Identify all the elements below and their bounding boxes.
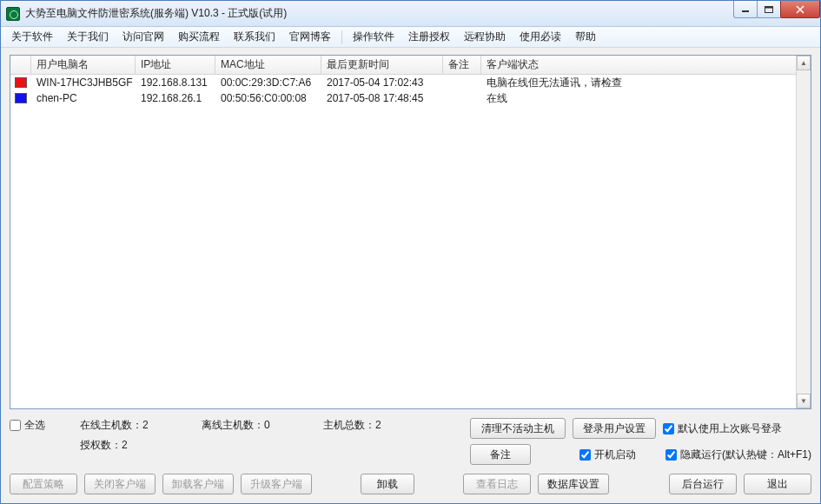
list-header: 用户电脑名 IP地址 MAC地址 最后更新时间 备注 客户端状态 [10, 56, 811, 75]
menu-contact-us[interactable]: 联系我们 [227, 30, 282, 44]
col-time-header[interactable]: 最后更新时间 [321, 56, 443, 74]
online-label: 在线主机数： [80, 419, 142, 431]
cell-time: 2017-05-08 17:48:45 [321, 92, 443, 104]
titlebar: 大势至电脑文件防泄密系统(服务端) V10.3 - 正式版(试用) [1, 1, 820, 27]
use-last-login-checkbox[interactable]: 默认使用上次账号登录 [663, 421, 782, 436]
content-area: 用户电脑名 IP地址 MAC地址 最后更新时间 备注 客户端状态 WIN-17H… [1, 48, 820, 503]
license-label: 授权数： [80, 439, 122, 451]
uninstall-client-button[interactable]: 卸载客户端 [162, 474, 234, 494]
close-button[interactable] [780, 1, 820, 18]
col-ip-header[interactable]: IP地址 [136, 56, 215, 74]
menu-visit-site[interactable]: 访问官网 [116, 30, 171, 44]
col-icon-header[interactable] [10, 56, 31, 74]
hidden-run-input[interactable] [665, 449, 677, 461]
maximize-button[interactable] [757, 1, 781, 18]
select-all-label: 全选 [24, 418, 45, 433]
select-all-input[interactable] [10, 420, 21, 431]
col-status-header[interactable]: 客户端状态 [481, 56, 811, 74]
upgrade-client-button[interactable]: 升级客户端 [241, 474, 312, 494]
use-last-login-input[interactable] [663, 423, 674, 434]
cell-status: 在线 [481, 91, 811, 106]
scroll-down-icon[interactable]: ▼ [797, 394, 811, 408]
window-title: 大势至电脑文件防泄密系统(服务端) V10.3 - 正式版(试用) [25, 6, 287, 21]
menubar: 关于软件 关于我们 访问官网 购买流程 联系我们 官网博客 操作软件 注册授权 … [1, 27, 820, 48]
startup-input[interactable] [579, 449, 591, 461]
menu-register-auth[interactable]: 注册授权 [401, 30, 457, 44]
cell-status: 电脑在线但无法通讯，请检查 [481, 76, 811, 90]
hidden-run-label: 隐藏运行(默认热键：Alt+F1) [680, 448, 811, 462]
app-window: 大势至电脑文件防泄密系统(服务端) V10.3 - 正式版(试用) 关于软件 关… [0, 0, 821, 504]
col-note-header[interactable]: 备注 [443, 56, 481, 74]
menu-official-blog[interactable]: 官网博客 [282, 30, 338, 44]
table-row[interactable]: chen-PC 192.168.26.1 00:50:56:C0:00:08 2… [10, 90, 811, 106]
view-log-button[interactable]: 查看日志 [463, 474, 531, 494]
offline-value: 0 [264, 419, 270, 431]
svg-rect-0 [742, 10, 749, 12]
status-square-icon [15, 77, 27, 88]
vertical-scrollbar[interactable]: ▲ ▼ [796, 56, 811, 408]
run-background-button[interactable]: 后台运行 [669, 474, 737, 494]
minimize-button[interactable] [733, 1, 758, 18]
clear-inactive-button[interactable]: 清理不活动主机 [470, 418, 566, 439]
license-value: 2 [122, 439, 128, 451]
menu-operate-software[interactable]: 操作软件 [346, 30, 401, 44]
svg-rect-2 [765, 6, 773, 8]
menu-about-software[interactable]: 关于软件 [4, 30, 60, 44]
online-value: 2 [142, 419, 149, 431]
menu-remote-assist[interactable]: 远程协助 [457, 30, 513, 44]
cell-ip: 192.168.8.131 [136, 76, 215, 89]
select-all-checkbox[interactable]: 全选 [10, 418, 45, 433]
use-last-login-label: 默认使用上次账号登录 [678, 421, 782, 436]
app-icon [6, 7, 20, 21]
menu-buy-flow[interactable]: 购买流程 [171, 30, 227, 44]
offline-label: 离线主机数： [202, 419, 264, 431]
config-policy-button[interactable]: 配置策略 [10, 474, 77, 494]
window-controls [734, 1, 820, 18]
menu-separator [341, 30, 342, 44]
cell-name: chen-PC [31, 92, 136, 104]
total-label: 主机总数： [323, 419, 375, 431]
startup-checkbox[interactable]: 开机启动 [579, 448, 636, 462]
cell-name: WIN-17HC3JHB5GF [31, 76, 136, 89]
db-settings-button[interactable]: 数据库设置 [538, 474, 609, 494]
hidden-run-checkbox[interactable]: 隐藏运行(默认热键：Alt+F1) [665, 448, 811, 462]
close-client-button[interactable]: 关闭客户端 [84, 474, 156, 494]
cell-mac: 00:50:56:C0:00:08 [215, 92, 321, 104]
cell-mac: 00:0C:29:3D:C7:A6 [215, 76, 321, 89]
col-name-header[interactable]: 用户电脑名 [31, 56, 136, 74]
cell-ip: 192.168.26.1 [136, 92, 215, 104]
client-list[interactable]: 用户电脑名 IP地址 MAC地址 最后更新时间 备注 客户端状态 WIN-17H… [10, 55, 811, 409]
cell-time: 2017-05-04 17:02:43 [321, 76, 443, 89]
note-button[interactable]: 备注 [470, 444, 531, 465]
bottom-panel: 全选 在线主机数：2 离线主机数：0 主机总数：2 授权数：2 清理不活动主机 [10, 409, 811, 494]
scroll-up-icon[interactable]: ▲ [797, 56, 811, 70]
col-mac-header[interactable]: MAC地址 [215, 56, 321, 74]
menu-help[interactable]: 帮助 [568, 30, 603, 44]
menu-must-read[interactable]: 使用必读 [513, 30, 568, 44]
menu-about-us[interactable]: 关于我们 [60, 30, 116, 44]
uninstall-button[interactable]: 卸载 [361, 474, 414, 494]
login-user-settings-button[interactable]: 登录用户设置 [573, 418, 656, 439]
table-row[interactable]: WIN-17HC3JHB5GF 192.168.8.131 00:0C:29:3… [10, 75, 811, 90]
status-square-icon [15, 93, 27, 103]
exit-button[interactable]: 退出 [744, 474, 811, 494]
startup-label: 开机启动 [594, 448, 636, 462]
total-value: 2 [375, 419, 381, 431]
